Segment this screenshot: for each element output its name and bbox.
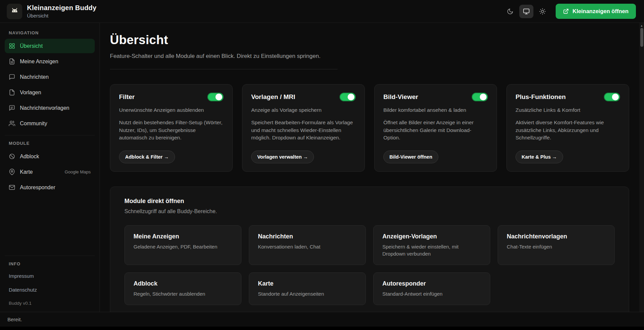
chat-icon — [9, 74, 15, 80]
tile-description: Chat-Texte einfügen — [507, 243, 606, 250]
module-tile-autoresponder[interactable]: Autoresponder Standard-Antwort einfügen — [373, 272, 490, 305]
sidebar-item-community[interactable]: Community — [5, 116, 95, 131]
theme-switcher — [503, 5, 550, 18]
module-tile-karte[interactable]: Karte Standorte auf Anzeigenseiten — [249, 272, 366, 305]
page-title: Übersicht — [110, 33, 629, 47]
open-button-label: Kleinanzeigen öffnen — [573, 8, 628, 14]
sidebar-item-label: Nachrichtenvorlagen — [20, 105, 69, 111]
theme-dark-button[interactable] — [503, 5, 517, 18]
toggle-knob — [215, 94, 222, 100]
datenschutz-link[interactable]: Datenschutz — [5, 284, 95, 296]
modules-panel: Module direkt öffnen Schnellzugriff auf … — [110, 187, 629, 312]
file-icon — [9, 89, 15, 96]
card-description: Aktiviert diverse Komfort-Features wie z… — [516, 119, 620, 141]
card-header: Filter — [119, 93, 224, 101]
section-label-module: MODULE — [5, 135, 95, 149]
impressum-link[interactable]: Impressum — [5, 270, 95, 282]
adblock-filter-button[interactable]: Adblock & Filter → — [119, 151, 175, 163]
tile-title: Adblock — [134, 280, 232, 287]
ban-icon — [9, 153, 15, 160]
feature-card-vorlagen: Vorlagen / MRI Anzeige als Vorlage speic… — [242, 84, 365, 172]
modules-panel-subtitle: Schnellzugriff auf alle Buddy-Bereiche. — [124, 208, 615, 214]
sidebar-item-label: Meine Anzeigen — [20, 59, 58, 65]
module-tile-nachrichtenvorlagen[interactable]: Nachrichtenvorlagen Chat-Texte einfügen — [498, 225, 615, 265]
tile-title: Nachrichten — [258, 233, 357, 240]
sidebar-item-uebersicht[interactable]: Übersicht — [5, 39, 95, 53]
tile-title: Nachrichtenvorlagen — [507, 233, 606, 240]
header-titles: Kleinanzeigen Buddy Übersicht — [27, 4, 96, 19]
main-content: Übersicht Feature-Schalter und alle Modu… — [100, 23, 644, 312]
section-label-info: INFO — [5, 256, 95, 270]
module-tile-nachrichten[interactable]: Nachrichten Konversationen laden, Chat — [249, 225, 366, 265]
robot-icon — [10, 7, 19, 16]
map-pin-icon — [9, 169, 15, 175]
sidebar-item-label: Vorlagen — [20, 90, 41, 96]
card-header: Plus-Funktionen — [516, 93, 620, 101]
document-icon — [9, 58, 15, 65]
filter-toggle[interactable] — [207, 93, 224, 101]
tile-description: Standorte auf Anzeigenseiten — [258, 290, 357, 297]
tile-title: Anzeigen-Vorlagen — [382, 233, 481, 240]
tile-description: Konversationen laden, Chat — [258, 243, 357, 250]
chat-square-icon — [9, 105, 15, 111]
app-subtitle: Übersicht — [27, 13, 96, 19]
card-title: Plus-Funktionen — [516, 93, 566, 101]
sidebar-item-label: Karte — [20, 169, 33, 175]
sidebar-item-label: Adblock — [20, 154, 39, 160]
theme-system-button[interactable] — [519, 5, 533, 18]
external-link-icon — [563, 8, 569, 14]
module-tile-meine-anzeigen[interactable]: Meine Anzeigen Geladene Anzeigen, PDF, B… — [124, 225, 241, 265]
version-label: Buddy v0.1 — [5, 297, 95, 306]
sidebar-item-adblock[interactable]: Adblock — [5, 149, 95, 164]
tile-title: Autoresponder — [382, 280, 481, 287]
module-tiles: Meine Anzeigen Geladene Anzeigen, PDF, B… — [124, 225, 615, 305]
vorlagen-verwalten-button[interactable]: Vorlagen verwalten → — [251, 151, 314, 163]
card-title: Vorlagen / MRI — [251, 93, 295, 101]
toggle-knob — [480, 94, 487, 100]
plus-funktionen-toggle[interactable] — [604, 93, 620, 101]
page-subtitle: Feature-Schalter und alle Module auf ein… — [110, 53, 629, 60]
karte-plus-button[interactable]: Karte & Plus → — [516, 151, 563, 163]
card-description: Öffnet alle Bilder einer Anzeige in eine… — [383, 119, 488, 141]
sidebar-section-navigation: NAVIGATION Übersicht Meine Anze — [5, 25, 95, 132]
bild-viewer-oeffnen-button[interactable]: Bild-Viewer öffnen — [383, 151, 438, 163]
tile-description: Speichern & wieder einstellen, mit Dropd… — [382, 243, 481, 257]
monitor-icon — [523, 8, 530, 15]
sidebar-item-karte[interactable]: Karte Google Maps — [5, 165, 95, 179]
window-bottom-edge — [0, 327, 644, 330]
status-bar: Bereit. — [0, 312, 644, 327]
card-summary: Anzeige als Vorlage speichern — [251, 106, 322, 114]
sidebar-item-nachrichtenvorlagen[interactable]: Nachrichtenvorlagen — [5, 101, 95, 115]
sidebar-item-vorlagen[interactable]: Vorlagen — [5, 85, 95, 100]
sidebar-section-module: MODULE Adblock Karte Google Maps — [5, 135, 95, 196]
sidebar-item-nachrichten[interactable]: Nachrichten — [5, 70, 95, 84]
mail-icon — [9, 184, 15, 191]
theme-light-button[interactable] — [535, 5, 550, 18]
moon-icon — [507, 8, 514, 15]
google-maps-badge: Google Maps — [65, 169, 91, 174]
bild-viewer-toggle[interactable] — [472, 93, 488, 101]
app-title: Kleinanzeigen Buddy — [27, 4, 96, 12]
feature-card-bild-viewer: Bild-Viewer Bilder komfortabel ansehen &… — [374, 84, 497, 172]
sidebar-item-autoresponder[interactable]: Autoresponder — [5, 180, 95, 195]
header-brand: Kleinanzeigen Buddy Übersicht — [7, 4, 96, 19]
tile-description: Standard-Antwort einfügen — [382, 290, 481, 297]
card-summary: Bilder komfortabel ansehen & laden — [383, 106, 466, 114]
modules-panel-title: Module direkt öffnen — [124, 198, 615, 205]
vorlagen-toggle[interactable] — [340, 93, 356, 101]
sidebar-item-label: Community — [20, 121, 47, 127]
card-header: Bild-Viewer — [383, 93, 488, 101]
users-icon — [9, 120, 15, 127]
sidebar-item-meine-anzeigen[interactable]: Meine Anzeigen — [5, 54, 95, 69]
open-kleinanzeigen-button[interactable]: Kleinanzeigen öffnen — [556, 4, 636, 19]
grid-icon — [9, 43, 15, 49]
card-summary: Unerwünschte Anzeigen ausblenden — [119, 106, 204, 114]
module-tile-adblock[interactable]: Adblock Regeln, Stichwörter ausblenden — [124, 272, 241, 305]
app-body: NAVIGATION Übersicht Meine Anze — [0, 23, 644, 312]
scrollbar-thumb[interactable] — [640, 28, 643, 47]
card-header: Vorlagen / MRI — [251, 93, 356, 101]
vertical-scrollbar[interactable]: ▲ — [639, 23, 644, 312]
module-tile-anzeigen-vorlagen[interactable]: Anzeigen-Vorlagen Speichern & wieder ein… — [373, 225, 490, 265]
sun-icon — [539, 8, 546, 15]
scroll-up-arrow[interactable]: ▲ — [640, 23, 643, 28]
